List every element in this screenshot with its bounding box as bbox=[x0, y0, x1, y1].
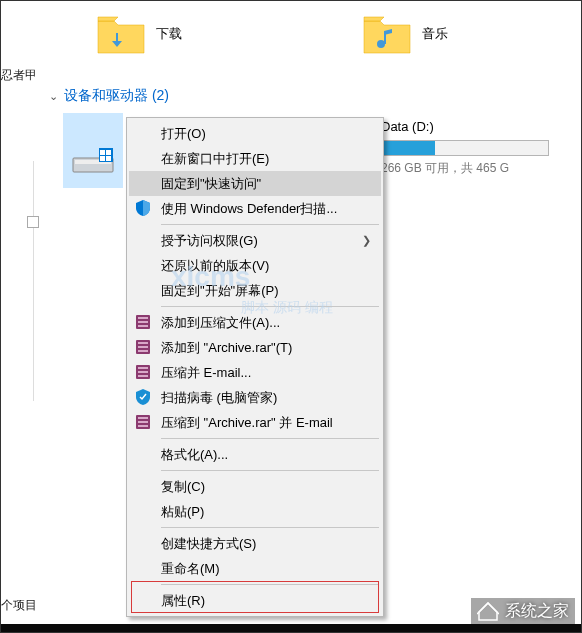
archive-icon bbox=[134, 338, 152, 356]
svg-rect-21 bbox=[138, 375, 148, 377]
chevron-down-icon: ⌄ bbox=[49, 90, 58, 103]
svg-rect-25 bbox=[138, 425, 148, 427]
downloads-label: 下载 bbox=[156, 25, 182, 43]
menu-rename[interactable]: 重命名(M) bbox=[129, 556, 381, 581]
drive-d[interactable]: Data (D:) 266 GB 可用，共 465 G bbox=[381, 119, 571, 177]
archive-icon bbox=[134, 363, 152, 381]
svg-rect-11 bbox=[138, 317, 148, 319]
menu-open[interactable]: 打开(O) bbox=[129, 121, 381, 146]
svg-rect-7 bbox=[106, 150, 111, 155]
svg-rect-16 bbox=[138, 346, 148, 348]
downloads-folder[interactable]: 下载 bbox=[96, 13, 182, 55]
svg-rect-23 bbox=[138, 417, 148, 419]
svg-rect-9 bbox=[106, 156, 111, 161]
sidebar-tree-line bbox=[33, 161, 34, 401]
svg-rect-6 bbox=[100, 150, 105, 155]
house-icon bbox=[477, 600, 499, 622]
svg-rect-8 bbox=[100, 156, 105, 161]
drive-d-label: Data (D:) bbox=[381, 119, 571, 134]
folder-icon bbox=[96, 13, 146, 55]
drive-d-stats: 266 GB 可用，共 465 G bbox=[381, 160, 571, 177]
svg-rect-19 bbox=[138, 367, 148, 369]
drive-d-usage-bar bbox=[381, 140, 549, 156]
menu-pin-start[interactable]: 固定到"开始"屏幕(P) bbox=[129, 278, 381, 303]
archive-icon bbox=[134, 313, 152, 331]
svg-rect-17 bbox=[138, 350, 148, 352]
menu-scan-virus[interactable]: 扫描病毒 (电脑管家) bbox=[129, 385, 381, 410]
section-title: 设备和驱动器 (2) bbox=[64, 87, 169, 105]
menu-separator bbox=[161, 470, 379, 471]
music-folder[interactable]: 音乐 bbox=[362, 13, 448, 55]
menu-separator bbox=[161, 306, 379, 307]
menu-grant-access[interactable]: 授予访问权限(G)❯ bbox=[129, 228, 381, 253]
folder-icon bbox=[362, 13, 412, 55]
devices-drives-header[interactable]: ⌄ 设备和驱动器 (2) bbox=[1, 87, 581, 105]
bottom-bar bbox=[1, 624, 581, 632]
left-partial-label: 忍者甲 bbox=[1, 67, 37, 84]
svg-rect-13 bbox=[138, 325, 148, 327]
menu-compress-rar-email[interactable]: 压缩到 "Archive.rar" 并 E-mail bbox=[129, 410, 381, 435]
menu-add-archive-rar[interactable]: 添加到 "Archive.rar"(T) bbox=[129, 335, 381, 360]
svg-point-1 bbox=[377, 40, 385, 48]
svg-rect-20 bbox=[138, 371, 148, 373]
drive-icon bbox=[71, 148, 116, 176]
menu-separator bbox=[161, 438, 379, 439]
archive-icon bbox=[134, 413, 152, 431]
menu-create-shortcut[interactable]: 创建快捷方式(S) bbox=[129, 531, 381, 556]
shield-icon bbox=[134, 199, 152, 217]
menu-separator bbox=[161, 527, 379, 528]
scan-shield-icon bbox=[134, 388, 152, 406]
menu-copy[interactable]: 复制(C) bbox=[129, 474, 381, 499]
svg-rect-15 bbox=[138, 342, 148, 344]
menu-restore-previous[interactable]: 还原以前的版本(V) bbox=[129, 253, 381, 278]
svg-rect-24 bbox=[138, 421, 148, 423]
menu-properties[interactable]: 属性(R) bbox=[129, 588, 381, 613]
menu-compress-email[interactable]: 压缩并 E-mail... bbox=[129, 360, 381, 385]
sidebar-node[interactable] bbox=[27, 216, 39, 228]
menu-pin-quick-access[interactable]: 固定到"快速访问" bbox=[129, 171, 381, 196]
menu-open-new-window[interactable]: 在新窗口中打开(E) bbox=[129, 146, 381, 171]
menu-format[interactable]: 格式化(A)... bbox=[129, 442, 381, 467]
music-label: 音乐 bbox=[422, 25, 448, 43]
menu-defender-scan[interactable]: 使用 Windows Defender扫描... bbox=[129, 196, 381, 221]
menu-separator bbox=[161, 584, 379, 585]
menu-paste[interactable]: 粘贴(P) bbox=[129, 499, 381, 524]
menu-add-archive[interactable]: 添加到压缩文件(A)... bbox=[129, 310, 381, 335]
status-bar-label: 个项目 bbox=[1, 597, 37, 614]
menu-separator bbox=[161, 224, 379, 225]
chevron-right-icon: ❯ bbox=[362, 234, 371, 247]
context-menu: 打开(O) 在新窗口中打开(E) 固定到"快速访问" 使用 Windows De… bbox=[126, 117, 384, 617]
svg-rect-12 bbox=[138, 321, 148, 323]
bottom-watermark: 系统之家 bbox=[471, 598, 575, 624]
